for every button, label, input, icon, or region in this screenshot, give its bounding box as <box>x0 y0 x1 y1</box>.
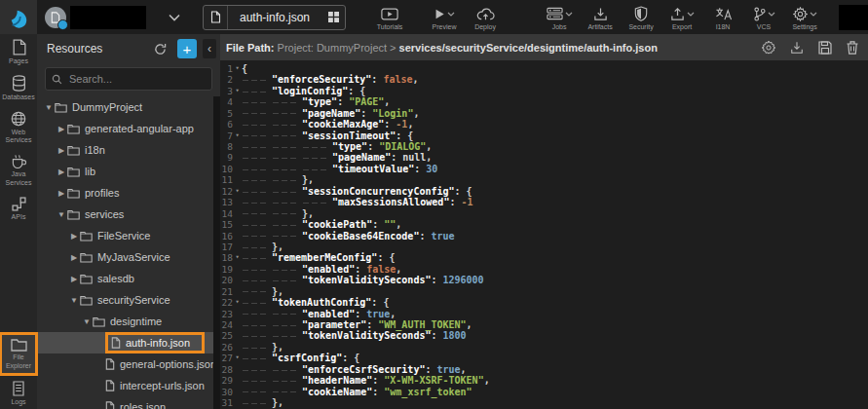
code-line-18[interactable]: 18▾"rememberMeConfig": { <box>220 252 868 263</box>
topbar-action-jobs[interactable]: Jobs <box>539 4 580 30</box>
line-number[interactable]: 27 <box>220 353 233 364</box>
code-line-8[interactable]: 8"type": "DIALOG", <box>220 141 868 152</box>
code-line-17[interactable]: 17}, <box>220 242 868 252</box>
code-line-27[interactable]: 27▾"csrfConfig": { <box>220 353 868 363</box>
expand-caret-icon[interactable]: ▼ <box>81 317 93 326</box>
line-number[interactable]: 19 <box>220 264 233 276</box>
download-icon[interactable] <box>790 41 804 55</box>
code-line-13[interactable]: 13"maxSessionsAllowed": -1 <box>220 197 868 207</box>
line-number[interactable]: 1 <box>220 63 233 75</box>
code-line-12[interactable]: 12▾"sessionConcurrencyConfig": { <box>220 186 868 197</box>
line-number[interactable]: 21 <box>220 286 233 298</box>
code-line-22[interactable]: 22▾"tokenAuthConfig": { <box>220 297 868 308</box>
fold-caret-icon[interactable]: ▾ <box>233 130 242 142</box>
fold-caret-icon[interactable]: ▾ <box>233 186 242 198</box>
topbar-action-vcs[interactable]: VCS <box>743 4 784 30</box>
split-view-icon[interactable] <box>321 6 345 29</box>
code-line-11[interactable]: 11}, <box>220 174 868 185</box>
topbar-action-preview[interactable]: Preview <box>424 4 465 30</box>
line-number[interactable]: 25 <box>220 330 233 342</box>
fold-caret-icon[interactable]: ▾ <box>233 252 242 264</box>
line-number[interactable]: 11 <box>220 174 233 186</box>
line-number[interactable]: 13 <box>220 197 233 208</box>
settings-icon[interactable] <box>762 41 775 55</box>
expand-caret-icon[interactable]: ▶ <box>56 146 67 155</box>
code-line-25[interactable]: 25"tokenValiditySeconds": 1800 <box>220 331 868 342</box>
sidebar-item-pages[interactable]: Pages <box>1 34 36 70</box>
line-number[interactable]: 9 <box>220 152 233 164</box>
tree-file-auth-info-json[interactable]: auth-info.json <box>37 332 220 353</box>
code-line-30[interactable]: 30"cookieName": "wm_xsrf_token" <box>220 387 868 397</box>
tree-folder-profiles[interactable]: ▶profiles <box>37 182 220 204</box>
project-avatar[interactable] <box>45 7 66 28</box>
open-file-tab[interactable]: auth-info.json <box>203 5 346 30</box>
save-icon[interactable] <box>818 41 832 55</box>
line-number[interactable]: 18 <box>220 252 233 264</box>
line-number[interactable]: 17 <box>220 242 233 253</box>
code-line-26[interactable]: 26}, <box>220 342 868 353</box>
topbar-action-artifacts[interactable]: Artifacts <box>580 4 621 30</box>
tree-file-roles-json[interactable]: roles.json <box>37 396 220 409</box>
expand-caret-icon[interactable]: ▶ <box>56 167 67 176</box>
code-line-7[interactable]: 7▾"sessionTimeout": { <box>220 130 868 141</box>
code-line-3[interactable]: 3▾"loginConfig": { <box>220 86 868 96</box>
expand-caret-icon[interactable]: ▼ <box>68 296 80 305</box>
code-line-2[interactable]: 2"enforceSecurity": false, <box>220 74 868 85</box>
topbar-action-i18n[interactable]: I18N <box>702 4 743 30</box>
line-number[interactable]: 23 <box>220 309 233 320</box>
line-number[interactable]: 6 <box>220 119 233 130</box>
delete-icon[interactable] <box>847 41 858 55</box>
line-number[interactable]: 4 <box>220 96 233 108</box>
line-number[interactable]: 12 <box>220 186 233 198</box>
code-line-15[interactable]: 15"cookiePath": "", <box>220 219 868 230</box>
tree-folder-services[interactable]: ▼services <box>37 204 220 225</box>
sidebar-item-file-explorer[interactable]: File Explorer <box>0 332 38 376</box>
code-line-4[interactable]: 4"type": "PAGE", <box>220 96 868 107</box>
line-number[interactable]: 30 <box>220 387 233 398</box>
line-number[interactable]: 14 <box>220 208 233 220</box>
app-logo[interactable] <box>0 0 37 34</box>
expand-caret-icon[interactable]: ▶ <box>56 125 67 133</box>
expand-caret-icon[interactable]: ▼ <box>56 210 67 219</box>
line-number[interactable]: 31 <box>220 397 233 409</box>
line-number[interactable]: 24 <box>220 319 233 331</box>
sidebar-item-apis[interactable]: APIs <box>1 192 36 226</box>
tree-folder-myjavaservice[interactable]: ▶MyJavaService <box>37 246 220 268</box>
expand-caret-icon[interactable]: ▶ <box>56 189 67 198</box>
code-line-20[interactable]: 20"tokenValiditySeconds": 1296000 <box>220 275 868 285</box>
fold-caret-icon[interactable]: ▾ <box>233 353 242 364</box>
line-number[interactable]: 5 <box>220 108 233 120</box>
line-number[interactable]: 7 <box>220 130 233 142</box>
fold-caret-icon[interactable]: ▾ <box>233 86 242 97</box>
project-menu-chevron-icon[interactable] <box>168 14 181 21</box>
code-line-9[interactable]: 9"pageName": null, <box>220 153 868 164</box>
code-line-19[interactable]: 19"enabled": false, <box>220 264 868 275</box>
code-line-31[interactable]: 31}, <box>220 397 868 408</box>
tree-folder-dummyproject[interactable]: ▼DummyProject <box>37 96 220 118</box>
tree-folder-salesdb[interactable]: ▶salesdb <box>37 268 220 289</box>
line-number[interactable]: 8 <box>220 141 233 153</box>
code-area[interactable]: 1▾{2"enforceSecurity": false,3▾"loginCon… <box>220 60 868 409</box>
topbar-action-security[interactable]: Security <box>621 4 661 30</box>
code-line-1[interactable]: 1▾{ <box>220 63 868 74</box>
code-line-10[interactable]: 10"timeoutValue": 30 <box>220 164 868 174</box>
tree-file-intercept-urls-json[interactable]: intercept-urls.json <box>37 375 220 396</box>
collapse-panel-button[interactable]: ‹ <box>203 39 216 58</box>
line-number[interactable]: 20 <box>220 275 233 286</box>
tree-folder-fileservice[interactable]: ▶FileService <box>37 225 220 246</box>
sidebar-item-logs[interactable]: Logs <box>1 376 36 409</box>
code-line-28[interactable]: 28"enforceCsrfSecurity": true, <box>220 364 868 375</box>
tree-folder-securityservice[interactable]: ▼securityService <box>37 289 220 311</box>
expand-caret-icon[interactable]: ▼ <box>43 103 55 112</box>
tree-folder-generated-angular-app[interactable]: ▶generated-angular-app <box>37 118 220 139</box>
sidebar-item-java-services[interactable]: Java Services <box>1 149 36 192</box>
tree-file-general-options-json[interactable]: general-options.json <box>37 353 220 375</box>
resource-search[interactable] <box>45 67 212 91</box>
code-line-16[interactable]: 16"cookieBase64Encode": true <box>220 231 868 242</box>
topbar-action-tutorials[interactable]: Tutorials <box>369 4 410 30</box>
search-input[interactable] <box>67 72 206 86</box>
tree-scrollbar[interactable] <box>213 96 220 409</box>
fold-caret-icon[interactable]: ▾ <box>233 63 242 75</box>
line-number[interactable]: 10 <box>220 164 233 175</box>
expand-caret-icon[interactable]: ▶ <box>68 232 80 241</box>
